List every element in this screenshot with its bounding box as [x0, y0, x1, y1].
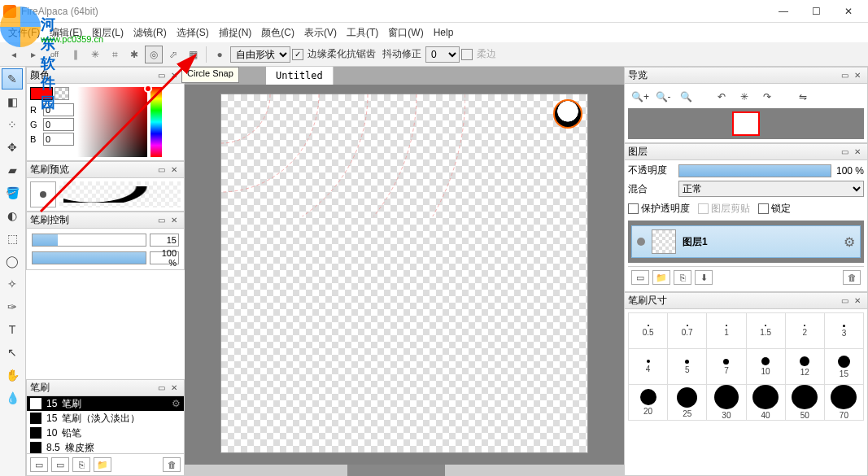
- brush-size-cell[interactable]: 3: [825, 313, 864, 349]
- panel-close-icon[interactable]: ✕: [851, 146, 864, 158]
- layer-opacity-slider[interactable]: [678, 164, 831, 177]
- snap-parallel-icon[interactable]: ∥: [67, 46, 85, 63]
- menu-window[interactable]: 窗口(W): [383, 24, 428, 41]
- snap-arrow-left-icon[interactable]: ◂: [5, 46, 23, 63]
- menu-help[interactable]: Help: [429, 25, 459, 40]
- snap-arrow-right-icon[interactable]: ▸: [24, 46, 42, 63]
- tool-eyedropper[interactable]: 💧: [2, 387, 23, 408]
- brush-size-cell[interactable]: 1: [707, 313, 746, 349]
- gear-icon[interactable]: ⚙: [844, 234, 855, 250]
- layer-blend-select[interactable]: 正常: [678, 181, 864, 197]
- panel-close-icon[interactable]: ✕: [168, 70, 181, 81]
- brush-folder-button[interactable]: 📁: [94, 457, 111, 472]
- protect-alpha-checkbox[interactable]: [628, 203, 639, 214]
- panel-float-icon[interactable]: ▭: [838, 70, 851, 81]
- panel-close-icon[interactable]: ✕: [851, 70, 864, 81]
- tool-select-lasso[interactable]: ◯: [2, 251, 23, 272]
- brush-size-cell[interactable]: 1.5: [747, 313, 786, 349]
- tool-gradient[interactable]: ◐: [2, 205, 23, 226]
- zoom-out-icon[interactable]: 🔍-: [654, 89, 672, 105]
- panel-float-icon[interactable]: ▭: [838, 146, 851, 158]
- brush-size-cell[interactable]: 25: [668, 385, 707, 421]
- layer-folder-button[interactable]: 📁: [652, 270, 670, 285]
- tool-move[interactable]: ✥: [2, 137, 23, 158]
- snap-grid-icon[interactable]: ▦: [184, 46, 202, 63]
- panel-float-icon[interactable]: ▭: [155, 382, 168, 394]
- tool-dot[interactable]: ⁘: [2, 114, 23, 135]
- soft-checkbox[interactable]: [461, 49, 473, 60]
- tool-text[interactable]: T: [2, 319, 23, 340]
- panel-close-icon[interactable]: ✕: [168, 215, 181, 226]
- panel-float-icon[interactable]: ▭: [838, 295, 851, 307]
- horizontal-scrollbar[interactable]: [185, 465, 624, 476]
- brush-size-cell[interactable]: 20: [629, 385, 668, 421]
- snap-circle-icon[interactable]: ◎: [145, 46, 163, 63]
- brush-size-cell[interactable]: 7: [707, 349, 746, 385]
- brush-size-cell[interactable]: 2: [786, 313, 825, 349]
- rotate-left-icon[interactable]: ↶: [713, 89, 731, 105]
- layer-merge-button[interactable]: ⬇: [695, 270, 713, 285]
- menu-edit[interactable]: 编辑(E): [45, 24, 87, 41]
- tool-select-rect[interactable]: ⬚: [2, 228, 23, 249]
- panel-close-icon[interactable]: ✕: [851, 295, 864, 307]
- snap-off-button[interactable]: off: [44, 46, 65, 63]
- brush-item[interactable]: 15笔刷⚙: [27, 396, 184, 411]
- rotate-right-icon[interactable]: ↷: [758, 89, 776, 105]
- brush-delete-button[interactable]: 🗑: [163, 457, 181, 472]
- g-input[interactable]: [43, 118, 74, 131]
- close-button[interactable]: ✕: [832, 0, 865, 23]
- menu-select[interactable]: 选择(S): [172, 24, 214, 41]
- brush-opacity-slider[interactable]: [32, 251, 146, 264]
- menu-color[interactable]: 颜色(C): [256, 24, 299, 41]
- shake-select[interactable]: 0: [425, 46, 460, 63]
- color-field[interactable]: [77, 87, 147, 157]
- flip-icon[interactable]: ⇋: [794, 89, 812, 105]
- navigator-preview[interactable]: [628, 108, 864, 139]
- lock-checkbox[interactable]: [758, 203, 769, 214]
- foreground-color-swatch[interactable]: [30, 87, 53, 100]
- brush-list[interactable]: 15笔刷⚙ 15笔刷（淡入淡出） 10铅笔 8.5橡皮擦: [27, 396, 184, 453]
- layer-new-button[interactable]: ▭: [631, 270, 649, 285]
- brush-size-cell[interactable]: 30: [707, 385, 746, 421]
- document-tab[interactable]: Untitled: [266, 67, 334, 85]
- brush-add2-button[interactable]: ▭: [51, 457, 69, 472]
- background-color-swatch[interactable]: [55, 87, 69, 100]
- tool-eraser[interactable]: ◧: [2, 91, 23, 112]
- brush-size-cell[interactable]: 0.5: [629, 313, 668, 349]
- panel-close-icon[interactable]: ✕: [168, 164, 181, 176]
- brush-size-cell[interactable]: 5: [668, 349, 707, 385]
- tool-fill[interactable]: ▰: [2, 159, 23, 181]
- brush-size-cell[interactable]: 10: [747, 349, 786, 385]
- brush-add-button[interactable]: ▭: [30, 457, 48, 472]
- color-dot-icon[interactable]: ●: [211, 46, 229, 63]
- menu-tool[interactable]: 工具(T): [342, 24, 383, 41]
- minimize-button[interactable]: —: [767, 0, 800, 23]
- menu-file[interactable]: 文件(F): [3, 24, 45, 41]
- gear-icon[interactable]: ⚙: [172, 398, 181, 409]
- menu-snap[interactable]: 捕捉(N): [214, 24, 257, 41]
- panel-float-icon[interactable]: ▭: [155, 70, 168, 81]
- zoom-fit-icon[interactable]: 🔍: [677, 89, 695, 105]
- brush-size-slider[interactable]: [32, 234, 146, 247]
- snap-cross-icon[interactable]: ✳: [86, 46, 104, 63]
- b-input[interactable]: [43, 133, 74, 146]
- brush-size-cell[interactable]: 0.7: [668, 313, 707, 349]
- tool-hand[interactable]: ✋: [2, 365, 23, 386]
- color-indicator[interactable]: [144, 85, 152, 93]
- r-input[interactable]: [43, 103, 74, 116]
- snap-vanish-icon[interactable]: ⌗: [106, 46, 124, 63]
- menu-layer[interactable]: 图层(L): [87, 24, 129, 41]
- tool-brush[interactable]: ✎: [2, 68, 23, 90]
- panel-close-icon[interactable]: ✕: [168, 382, 181, 394]
- brush-size-cell[interactable]: 50: [786, 385, 825, 421]
- brush-dup-button[interactable]: ⎘: [72, 457, 90, 472]
- panel-float-icon[interactable]: ▭: [155, 164, 168, 176]
- brush-item[interactable]: 10铅笔: [27, 426, 184, 440]
- brush-opacity-value[interactable]: 100 %: [150, 251, 179, 264]
- layer-item[interactable]: 图层1 ⚙: [631, 225, 861, 258]
- tool-pointer[interactable]: ↖: [2, 342, 23, 363]
- zoom-in-icon[interactable]: 🔍+: [631, 89, 649, 105]
- layer-delete-button[interactable]: 🗑: [843, 270, 861, 285]
- hue-slider[interactable]: [150, 87, 162, 157]
- canvas[interactable]: [221, 94, 587, 452]
